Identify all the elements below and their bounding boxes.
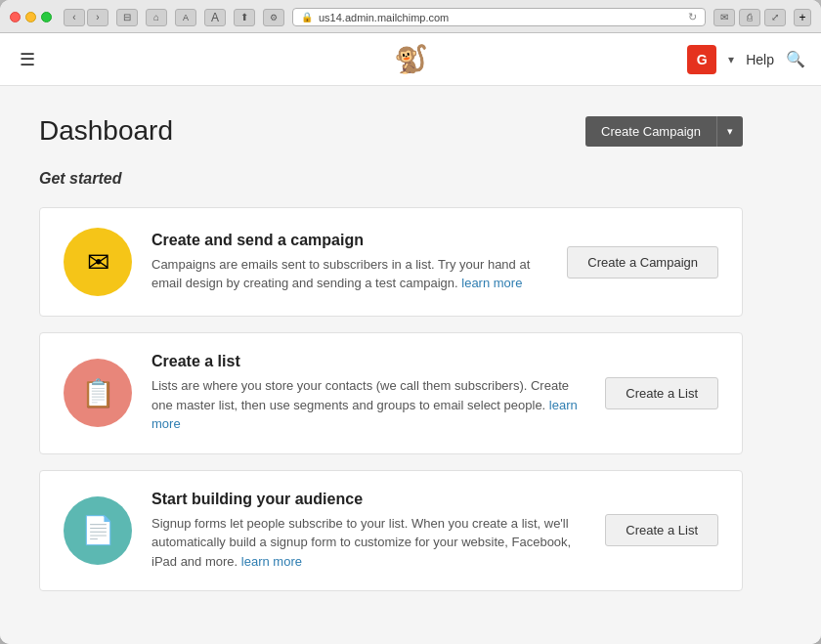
create-campaign-dropdown-button[interactable]: ▾: [716, 116, 743, 147]
reader-button[interactable]: ⊟: [116, 9, 138, 26]
main-content: Dashboard Create Campaign ▾ Get started …: [0, 86, 821, 644]
create-list-action-button[interactable]: Create a List: [605, 377, 718, 409]
page-title: Dashboard: [39, 115, 173, 147]
campaign-card: ✉ Create and send a campaign Campaigns a…: [39, 207, 743, 317]
app-header: ☰ 🐒 G ▾ Help 🔍: [0, 33, 821, 86]
create-audience-list-button[interactable]: Create a List: [605, 514, 718, 546]
share-button[interactable]: ⬆: [234, 9, 255, 26]
url-text: us14.admin.mailchimp.com: [319, 12, 449, 23]
page-header: Dashboard Create Campaign ▾: [39, 115, 743, 147]
list-action: Create a List: [605, 377, 718, 409]
maximize-button[interactable]: [41, 12, 52, 22]
mailchimp-logo: 🐒: [394, 43, 428, 75]
print-button[interactable]: ⎙: [739, 9, 760, 26]
ext-button[interactable]: ⚙: [263, 9, 284, 26]
expand-button[interactable]: ⤢: [764, 9, 786, 26]
campaign-learn-more-link[interactable]: learn more: [461, 276, 522, 290]
audience-learn-more-link[interactable]: learn more: [241, 554, 302, 569]
font-small-button[interactable]: A: [175, 9, 196, 26]
font-large-button[interactable]: A: [204, 9, 226, 26]
audience-icon: 📄: [64, 496, 132, 565]
campaign-icon: ✉: [64, 228, 132, 296]
get-started-section: Get started ✉ Create and send a campaign…: [39, 170, 743, 591]
address-bar[interactable]: 🔒 us14.admin.mailchimp.com ↻: [292, 8, 706, 26]
help-link[interactable]: Help: [746, 52, 774, 67]
campaign-card-desc: Campaigns are emails sent to subscribers…: [151, 255, 547, 293]
hamburger-menu[interactable]: ☰: [16, 45, 39, 74]
list-card-body: Create a list Lists are where you store …: [151, 353, 585, 434]
search-icon[interactable]: 🔍: [786, 50, 805, 68]
list-doc-icon: 📋: [81, 377, 115, 409]
browser-chrome: ‹ › ⊟ ⌂ A A ⬆ ⚙ 🔒 us14.admin.mailchimp.c…: [0, 0, 821, 33]
lock-icon: 🔒: [301, 12, 313, 22]
email-button[interactable]: ✉: [713, 9, 735, 26]
create-campaign-group: Create Campaign ▾: [585, 116, 743, 147]
list-card-desc: Lists are where you store your contacts …: [151, 376, 585, 434]
audience-action: Create a List: [605, 514, 718, 546]
email-icon: ✉: [87, 246, 109, 279]
browser-window: ‹ › ⊟ ⌂ A A ⬆ ⚙ 🔒 us14.admin.mailchimp.c…: [0, 0, 821, 644]
chevron-down-icon[interactable]: ▾: [728, 53, 734, 66]
reload-icon[interactable]: ↻: [688, 11, 697, 23]
minimize-button[interactable]: [25, 12, 36, 22]
campaign-card-body: Create and send a campaign Campaigns are…: [151, 232, 547, 293]
new-tab-button[interactable]: +: [794, 9, 811, 26]
get-started-heading: Get started: [39, 170, 743, 188]
header-right: G ▾ Help 🔍: [687, 45, 805, 74]
user-avatar[interactable]: G: [687, 45, 716, 74]
list-icon: 📋: [64, 359, 132, 427]
forward-button[interactable]: ›: [87, 9, 108, 26]
campaign-card-title: Create and send a campaign: [151, 232, 547, 249]
audience-card-title: Start building your audience: [151, 491, 585, 508]
create-campaign-action-button[interactable]: Create a Campaign: [567, 246, 718, 279]
create-campaign-button[interactable]: Create Campaign: [585, 116, 716, 147]
signup-doc-icon: 📄: [81, 514, 115, 546]
home-button[interactable]: ⌂: [146, 9, 167, 26]
audience-card-body: Start building your audience Signup form…: [151, 491, 585, 572]
back-button[interactable]: ‹: [64, 9, 85, 26]
traffic-lights: [10, 12, 52, 22]
content-area: Dashboard Create Campaign ▾ Get started …: [0, 86, 782, 644]
close-button[interactable]: [10, 12, 21, 22]
campaign-action: Create a Campaign: [567, 246, 718, 279]
list-card: 📋 Create a list Lists are where you stor…: [39, 332, 743, 454]
audience-card: 📄 Start building your audience Signup fo…: [39, 470, 743, 592]
audience-card-desc: Signup forms let people subscribe to you…: [151, 514, 585, 572]
list-card-title: Create a list: [151, 353, 585, 370]
